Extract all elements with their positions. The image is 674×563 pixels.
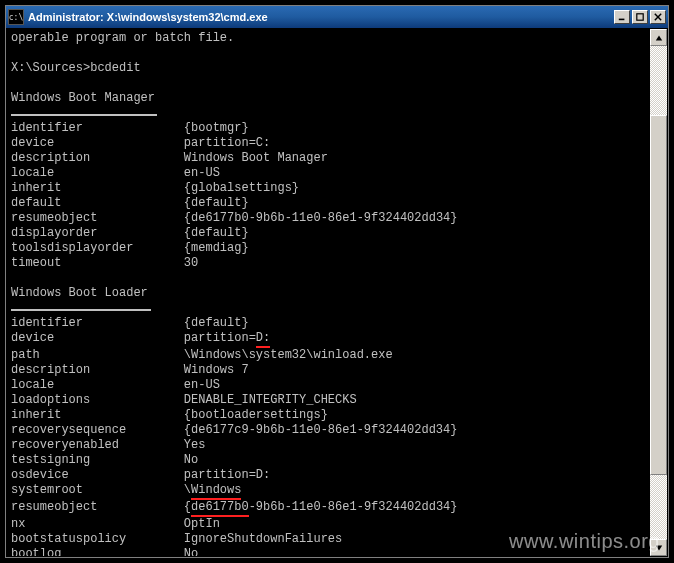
kv-value: {de6177c9-9b6b-11e0-86e1-9f324402dd34}	[184, 423, 458, 437]
kv-value: Windows Boot Manager	[184, 151, 328, 165]
maximize-button[interactable]	[632, 10, 648, 24]
kv-key: device	[11, 331, 54, 345]
kv-key: description	[11, 363, 90, 377]
kv-key: systemroot	[11, 483, 83, 497]
kv-key: inherit	[11, 408, 61, 422]
prompt-path: X:\Sources>	[11, 61, 90, 75]
kv-value: {default}	[184, 196, 249, 210]
kv-key: device	[11, 136, 54, 150]
kv-value: {bootmgr}	[184, 121, 249, 135]
kv-value: partition=C:	[184, 136, 270, 150]
kv-key: toolsdisplayorder	[11, 241, 133, 255]
kv-value: \Windows\system32\winload.exe	[184, 348, 393, 362]
kv-key: locale	[11, 166, 54, 180]
scroll-thumb[interactable]	[650, 115, 667, 475]
kv-value-highlight: de6177b0	[191, 500, 249, 517]
minimize-button[interactable]	[614, 10, 630, 24]
kv-value: en-US	[184, 378, 220, 392]
kv-key: testsigning	[11, 453, 90, 467]
titlebar[interactable]: c:\ Administrator: X:\windows\system32\c…	[6, 6, 668, 28]
kv-value: 30	[184, 256, 198, 270]
svg-rect-1	[637, 14, 643, 20]
kv-value-highlight: D:	[256, 331, 270, 348]
kv-value: Yes	[184, 438, 206, 452]
kv-value: Windows 7	[184, 363, 249, 377]
separator	[11, 309, 151, 311]
kv-value: -9b6b-11e0-86e1-9f324402dd34}	[249, 500, 458, 514]
separator	[11, 114, 157, 116]
section-title: Windows Boot Loader	[11, 286, 148, 300]
scroll-track[interactable]	[650, 46, 667, 539]
window-title: Administrator: X:\windows\system32\cmd.e…	[28, 11, 614, 23]
scroll-up-button[interactable]	[650, 29, 667, 46]
terminal-output[interactable]: operable program or batch file. X:\Sourc…	[7, 29, 650, 556]
section-title: Windows Boot Manager	[11, 91, 155, 105]
svg-marker-4	[655, 35, 661, 40]
kv-key: osdevice	[11, 468, 69, 482]
kv-value-highlight: Windows	[191, 483, 241, 500]
kv-key: description	[11, 151, 90, 165]
kv-value: en-US	[184, 166, 220, 180]
close-button[interactable]	[650, 10, 666, 24]
kv-value: \	[184, 483, 191, 497]
vertical-scrollbar[interactable]	[650, 29, 667, 556]
kv-value: OptIn	[184, 517, 220, 531]
command: bcdedit	[90, 61, 140, 75]
kv-key: bootstatuspolicy	[11, 532, 126, 546]
kv-value: {default}	[184, 226, 249, 240]
scroll-down-button[interactable]	[650, 539, 667, 556]
kv-key: identifier	[11, 316, 83, 330]
kv-value: partition=D:	[184, 468, 270, 482]
output-line: operable program or batch file.	[11, 31, 234, 45]
kv-key: timeout	[11, 256, 61, 270]
kv-key: identifier	[11, 121, 83, 135]
kv-key: loadoptions	[11, 393, 90, 407]
kv-value: {default}	[184, 316, 249, 330]
kv-key: locale	[11, 378, 54, 392]
kv-value: IgnoreShutdownFailures	[184, 532, 342, 546]
svg-marker-5	[655, 545, 661, 550]
kv-value: No	[184, 453, 198, 467]
kv-value: {globalsettings}	[184, 181, 299, 195]
kv-key: path	[11, 348, 40, 362]
kv-key: default	[11, 196, 61, 210]
kv-value: DENABLE_INTEGRITY_CHECKS	[184, 393, 357, 407]
kv-key: displayorder	[11, 226, 97, 240]
app-icon: c:\	[8, 9, 24, 25]
kv-value: {	[184, 500, 191, 514]
kv-value: partition=	[184, 331, 256, 345]
kv-key: resumeobject	[11, 211, 97, 225]
kv-key: recoverysequence	[11, 423, 126, 437]
kv-value: {bootloadersettings}	[184, 408, 328, 422]
kv-value: No	[184, 547, 198, 556]
kv-key: recoveryenabled	[11, 438, 119, 452]
kv-key: bootlog	[11, 547, 61, 556]
kv-value: {de6177b0-9b6b-11e0-86e1-9f324402dd34}	[184, 211, 458, 225]
kv-key: inherit	[11, 181, 61, 195]
kv-key: resumeobject	[11, 500, 97, 514]
kv-key: nx	[11, 517, 25, 531]
kv-value: {memdiag}	[184, 241, 249, 255]
cmd-window: c:\ Administrator: X:\windows\system32\c…	[5, 5, 669, 558]
